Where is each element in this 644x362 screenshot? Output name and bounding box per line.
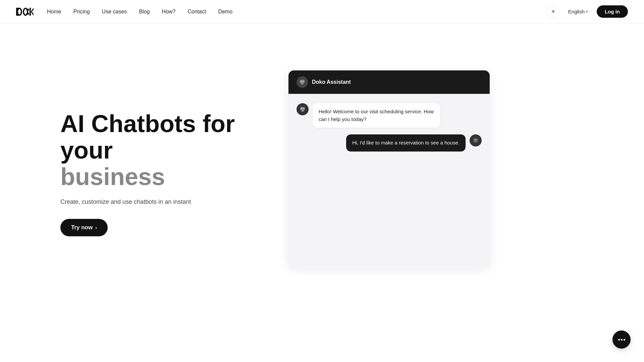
nav-item-home[interactable]: Home: [47, 9, 61, 15]
svg-point-4: [24, 9, 27, 14]
assistant-icon: [299, 79, 305, 85]
nav-link-use-cases[interactable]: Use cases: [102, 9, 127, 14]
nav-link-pricing[interactable]: Pricing: [73, 9, 90, 14]
nav-item-contact[interactable]: Contact: [187, 9, 206, 15]
nav-right: ☀ English ▾ Log in: [547, 5, 628, 18]
chat-message-row-bot: Hello! Welcome to our visit scheduling s…: [297, 103, 482, 128]
nav-item-how[interactable]: How?: [162, 9, 175, 15]
chevron-down-icon: ▾: [586, 9, 588, 14]
nav-links: Home Pricing Use cases Blog How? Contact…: [47, 9, 232, 15]
nav-item-blog[interactable]: Blog: [139, 9, 150, 15]
language-selector[interactable]: English ▾: [565, 7, 591, 16]
chat-widget: Doko Assistant Hello! Welcom: [288, 70, 490, 268]
svg-point-15: [301, 108, 302, 109]
svg-rect-13: [300, 107, 305, 110]
bot-avatar: [297, 103, 309, 115]
nav-item-use-cases[interactable]: Use cases: [102, 9, 127, 15]
nav-link-demo[interactable]: Demo: [218, 9, 232, 14]
nav-link-how[interactable]: How?: [162, 9, 175, 14]
hero-section: AI Chatbots for your business Create, cu…: [60, 50, 262, 236]
user-avatar: [470, 134, 482, 146]
nav-item-pricing[interactable]: Pricing: [73, 9, 90, 15]
floating-chat-button[interactable]: [612, 330, 631, 349]
nav-link-contact[interactable]: Contact: [187, 9, 206, 14]
logo-icon: [16, 6, 34, 17]
svg-rect-10: [301, 83, 304, 84]
user-message-bubble: Hi, I'd like to make a reservation to se…: [346, 134, 466, 152]
main-content: AI Chatbots for your business Create, cu…: [0, 23, 644, 362]
nav-left: Home Pricing Use cases Blog How? Contact…: [16, 6, 232, 17]
svg-point-7: [27, 9, 29, 11]
svg-rect-18: [474, 139, 477, 140]
nav-link-blog[interactable]: Blog: [139, 9, 150, 14]
chat-message-row-user: Hi, I'd like to make a reservation to se…: [297, 134, 482, 152]
svg-rect-17: [473, 138, 478, 143]
chat-header: Doko Assistant: [288, 70, 490, 94]
svg-rect-19: [474, 141, 477, 141]
chat-widget-container: Doko Assistant Hello! Welcom: [288, 50, 490, 268]
chat-body: Hello! Welcome to our visit scheduling s…: [288, 94, 490, 268]
arrow-icon: ›: [95, 225, 97, 230]
assistant-name: Doko Assistant: [312, 79, 351, 85]
chat-dots-icon: [618, 339, 625, 341]
navbar: Home Pricing Use cases Blog How? Contact…: [0, 0, 644, 23]
svg-point-11: [301, 81, 302, 82]
svg-point-16: [303, 108, 304, 109]
hero-subtitle: Create, customize and use chatbots in an…: [60, 198, 262, 205]
assistant-avatar: [297, 76, 308, 88]
bot-message-text: Hello! Welcome to our visit scheduling s…: [319, 109, 434, 122]
svg-marker-6: [31, 8, 34, 16]
user-icon: [473, 138, 478, 143]
nav-link-home[interactable]: Home: [47, 9, 61, 14]
user-message-text: Hi, I'd like to make a reservation to se…: [352, 140, 460, 145]
hero-title-line1: AI Chatbots for your: [60, 110, 235, 164]
hero-title: AI Chatbots for your business: [60, 111, 262, 190]
bot-message-bubble: Hello! Welcome to our visit scheduling s…: [313, 103, 440, 128]
try-now-button[interactable]: Try now ›: [60, 219, 108, 236]
svg-rect-9: [300, 80, 305, 83]
svg-rect-14: [301, 110, 304, 112]
svg-point-8: [27, 13, 29, 15]
svg-point-12: [303, 81, 304, 82]
hero-title-line2: business: [60, 163, 165, 190]
bot-icon: [300, 106, 306, 112]
svg-rect-5: [30, 8, 31, 16]
svg-point-2: [18, 9, 21, 14]
language-label: English: [568, 9, 585, 14]
theme-toggle-button[interactable]: ☀: [547, 5, 559, 18]
login-button[interactable]: Log in: [597, 5, 628, 18]
nav-item-demo[interactable]: Demo: [218, 9, 232, 15]
try-now-label: Try now: [71, 224, 93, 231]
logo[interactable]: [16, 6, 34, 17]
